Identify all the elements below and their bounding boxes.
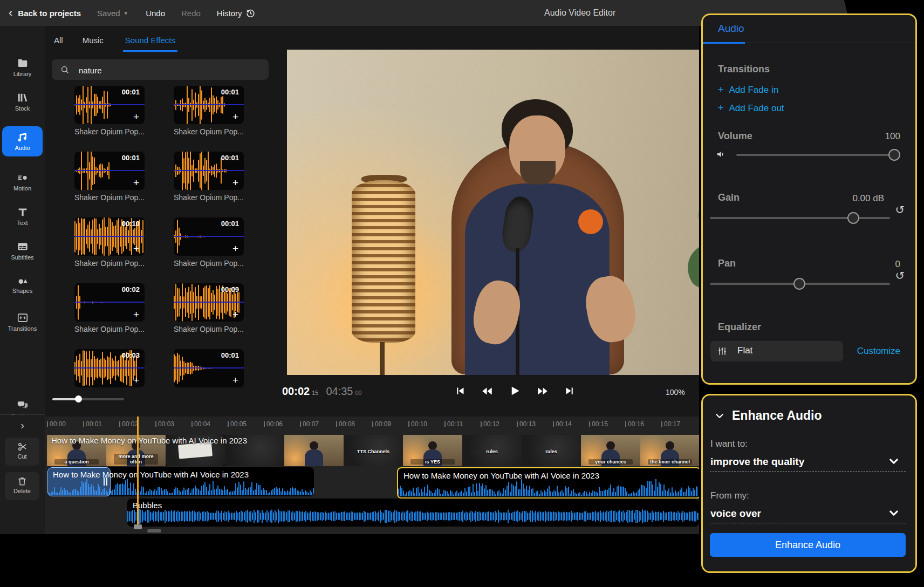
sidebar-item-stock[interactable]: Stock xyxy=(2,92,43,112)
history-button[interactable]: History xyxy=(217,8,256,18)
total-time: 04:35 xyxy=(326,385,353,397)
sound-card-cell: 00:01+ xyxy=(174,349,244,414)
add-sound-button[interactable]: + xyxy=(133,309,139,321)
sound-effect-card[interactable]: 00:01+ xyxy=(174,86,244,124)
add-fade-out-button[interactable]: +Add Fade out xyxy=(718,103,784,114)
timeline-scrollbar-thumb[interactable] xyxy=(147,529,161,533)
add-fade-in-button[interactable]: +Add Fade in xyxy=(718,84,778,95)
add-sound-button[interactable]: + xyxy=(232,177,238,189)
audio-clip-1[interactable]: How to Make Money on YouTube with AI Voi… xyxy=(47,467,314,496)
waveform-baseline xyxy=(174,236,244,237)
ruler-tick: 00:05 xyxy=(228,420,247,428)
sound-duration: 00:01 xyxy=(221,88,239,96)
ruler-tick: 00:07 xyxy=(300,420,319,428)
sidebar-item-label: Motion xyxy=(13,185,31,192)
sidebar-item-subtitles[interactable]: Subtitles xyxy=(2,241,43,261)
from-dropdown[interactable]: voice over xyxy=(710,508,761,520)
delete-button[interactable]: Delete xyxy=(5,472,39,500)
sound-name: Shaker Opium Pop... xyxy=(74,127,145,136)
playhead[interactable] xyxy=(137,417,139,528)
ruler-tick: 00:10 xyxy=(408,420,427,428)
zoom-level[interactable]: 100% xyxy=(666,388,685,397)
audio-panel-tabs: Audio xyxy=(703,15,915,43)
sound-duration: 00:01 xyxy=(122,154,140,162)
equalizer-icon xyxy=(717,346,728,357)
chevron-down-icon[interactable] xyxy=(888,508,899,521)
trim-handle[interactable] xyxy=(104,477,107,486)
saved-caret-icon[interactable]: ▾ xyxy=(125,10,128,17)
sidebar-item-text[interactable]: Text xyxy=(2,206,43,226)
sound-effect-card[interactable]: 00:01+ xyxy=(174,217,244,256)
customize-link[interactable]: Customize xyxy=(857,346,900,357)
add-sound-button[interactable]: + xyxy=(232,111,238,124)
media-scrollbar[interactable] xyxy=(52,398,124,400)
sidebar-item-label: Shapes xyxy=(12,288,32,294)
cut-button[interactable]: Cut xyxy=(5,438,39,466)
search-input[interactable] xyxy=(78,59,258,81)
volume-slider-thumb[interactable] xyxy=(888,149,900,161)
add-sound-button[interactable]: + xyxy=(133,243,139,255)
sound-name: Shaker Opium Pop... xyxy=(174,193,244,202)
tab-audio[interactable]: Audio xyxy=(718,23,744,35)
sound-effect-card[interactable]: 00:09+ xyxy=(174,283,244,322)
enhance-audio-header[interactable]: Enhance Audio xyxy=(715,408,822,423)
pan-reset-icon[interactable]: ↺ xyxy=(895,270,905,281)
redo-button[interactable]: Redo xyxy=(181,9,201,18)
saved-status[interactable]: Saved xyxy=(97,9,120,18)
back-to-projects-button[interactable]: Back to projects xyxy=(18,9,81,18)
fast-forward-button[interactable] xyxy=(537,385,549,397)
sidebar-item-audio[interactable]: Audio xyxy=(2,126,43,156)
tab-music[interactable]: Music xyxy=(83,36,104,52)
sound-duration: 00:01 xyxy=(221,154,239,162)
add-sound-button[interactable]: + xyxy=(232,374,238,387)
sound-effect-card[interactable]: 00:01+ xyxy=(174,349,244,387)
tab-all[interactable]: All xyxy=(54,36,63,52)
gain-reset-icon[interactable]: ↺ xyxy=(895,204,905,215)
sound-effect-card[interactable]: 00:01+ xyxy=(174,152,244,190)
skip-to-start-button[interactable] xyxy=(454,385,466,397)
gain-slider[interactable] xyxy=(710,217,890,219)
sound-card-cell: 00:10+Shaker Opium Pop... xyxy=(74,217,145,283)
media-scrollbar-thumb[interactable] xyxy=(75,395,82,402)
audio-clip-2-label: How to Make Money on YouTube with AI Voi… xyxy=(403,471,599,480)
add-sound-button[interactable]: + xyxy=(232,243,238,255)
playhead-handle[interactable] xyxy=(134,524,142,529)
enhance-audio-button[interactable]: Enhance Audio xyxy=(710,533,906,557)
waveform-baseline xyxy=(74,104,145,105)
chevron-down-icon xyxy=(715,411,724,421)
timecode: 00:021504:3500 xyxy=(282,385,362,398)
skip-to-end-button[interactable] xyxy=(564,385,576,397)
add-sound-button[interactable]: + xyxy=(232,309,238,321)
sidebar-item-transitions[interactable]: Transitions xyxy=(2,312,43,332)
add-sound-button[interactable]: + xyxy=(133,374,139,387)
sidebar-item-motion[interactable]: Motion xyxy=(2,172,43,192)
rewind-button[interactable] xyxy=(481,385,493,397)
gain-slider-thumb[interactable] xyxy=(847,212,859,224)
current-time: 00:02 xyxy=(282,385,310,397)
undo-button[interactable]: Undo xyxy=(146,9,165,18)
motion-icon xyxy=(2,172,43,183)
volume-slider[interactable] xyxy=(736,154,898,156)
tab-sound-effects[interactable]: Sound Effects xyxy=(123,36,177,52)
back-chevron-icon[interactable]: ‹ xyxy=(9,7,12,19)
sound-duration: 00:03 xyxy=(122,351,140,359)
sidebar-bottom-rail: › Cut Delete xyxy=(0,414,45,535)
video-preview[interactable] xyxy=(287,50,699,375)
play-button[interactable] xyxy=(509,385,521,397)
bubbles-clip[interactable]: Bubbles xyxy=(127,499,699,527)
audio-clip-2[interactable]: How to Make Money on YouTube with AI Voi… xyxy=(397,467,699,499)
pan-slider-thumb[interactable] xyxy=(793,278,805,290)
collapse-arrow-icon[interactable]: › xyxy=(0,419,45,432)
add-sound-button[interactable]: + xyxy=(133,111,139,124)
sound-effect-card[interactable]: 00:02+ xyxy=(74,283,145,322)
sound-effect-card[interactable]: 00:03+ xyxy=(74,349,145,387)
sound-effect-card[interactable]: 00:01+ xyxy=(74,152,145,190)
add-sound-button[interactable]: + xyxy=(133,177,139,189)
sound-effect-card[interactable]: 00:01+ xyxy=(74,86,145,124)
want-dropdown[interactable]: improve the quality xyxy=(710,456,804,468)
equalizer-preset-dropdown[interactable]: Flat xyxy=(710,341,843,361)
sidebar-item-shapes[interactable]: Shapes xyxy=(2,274,43,294)
sidebar-item-library[interactable]: Library xyxy=(2,57,43,77)
chevron-down-icon[interactable] xyxy=(888,456,899,469)
sound-effect-card[interactable]: 00:10+ xyxy=(74,217,145,256)
